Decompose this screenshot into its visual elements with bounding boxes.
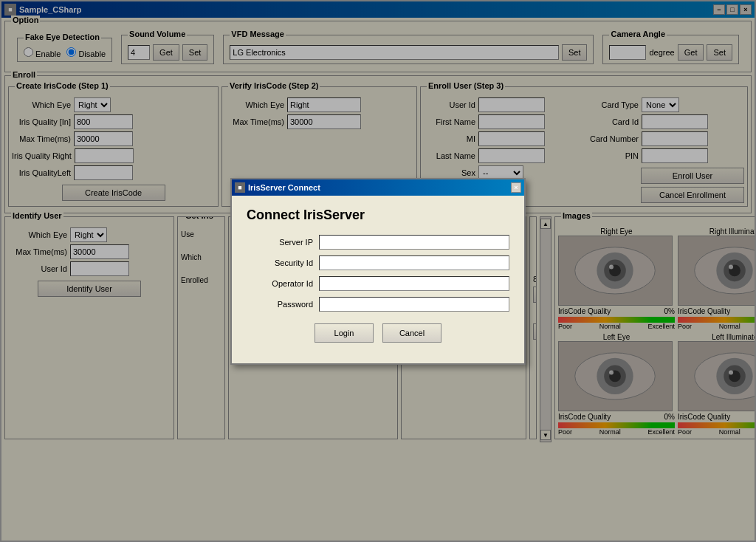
dialog-security-id-label: Security Id bbox=[247, 258, 313, 267]
dialog-buttons: Login Cancel bbox=[247, 323, 509, 351]
dialog-server-ip-row: Server IP bbox=[247, 235, 509, 250]
dialog-body: Connect IrisServer Server IP Security Id… bbox=[232, 196, 524, 363]
dialog-server-ip-label: Server IP bbox=[247, 238, 313, 247]
dialog-overlay: ■ IrisServer Connect × Connect IrisServe… bbox=[1, 1, 755, 541]
dialog-operator-id-input[interactable] bbox=[319, 276, 509, 291]
dialog-security-id-row: Security Id bbox=[247, 255, 509, 270]
dialog-operator-id-label: Operator Id bbox=[247, 279, 313, 288]
dialog-security-id-input[interactable] bbox=[319, 255, 509, 270]
dialog-close-button[interactable]: × bbox=[511, 182, 521, 193]
dialog-cancel-button[interactable]: Cancel bbox=[382, 323, 441, 343]
dialog-password-row: Password bbox=[247, 297, 509, 312]
dialog-title-text: IrisServer Connect bbox=[248, 183, 320, 192]
dialog-heading: Connect IrisServer bbox=[247, 207, 509, 223]
iris-server-connect-dialog: ■ IrisServer Connect × Connect IrisServe… bbox=[230, 178, 526, 365]
dialog-icon: ■ bbox=[235, 182, 245, 193]
dialog-login-button[interactable]: Login bbox=[315, 323, 374, 343]
dialog-password-input[interactable] bbox=[319, 297, 509, 312]
main-window: ■ Sample_CSharp − □ × Option Fake Eye De… bbox=[0, 0, 756, 542]
dialog-operator-id-row: Operator Id bbox=[247, 276, 509, 291]
dialog-server-ip-input[interactable] bbox=[319, 235, 509, 250]
dialog-title-bar: ■ IrisServer Connect × bbox=[232, 179, 524, 196]
dialog-password-label: Password bbox=[247, 300, 313, 309]
